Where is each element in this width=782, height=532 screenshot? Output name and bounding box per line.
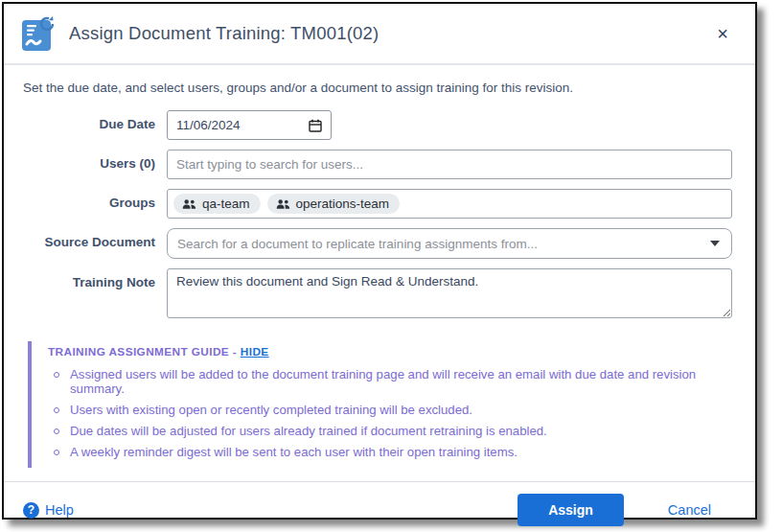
training-note-row: Training Note Review this document and S…	[23, 268, 732, 322]
dialog-header: Assign Document Training: TM001(02) ×	[4, 4, 755, 65]
source-document-placeholder: Search for a document to replicate train…	[177, 237, 538, 251]
help-link[interactable]: ? Help	[23, 502, 74, 519]
guide-hide-link[interactable]: HIDE	[241, 345, 269, 359]
group-chip-label: operations-team	[296, 197, 390, 211]
due-date-row: Due Date 11/06/2024	[23, 110, 732, 140]
dialog-title: Assign Document Training: TM001(02)	[69, 23, 709, 44]
dialog-footer: ? Help Assign Cancel	[4, 481, 755, 532]
users-search-input[interactable]	[167, 150, 732, 179]
assign-training-dialog: Assign Document Training: TM001(02) × Se…	[2, 2, 757, 520]
guide-item: A weekly reminder digest will be sent to…	[48, 445, 728, 459]
group-chip[interactable]: operations-team	[267, 194, 401, 214]
group-people-icon	[182, 198, 196, 210]
group-chip-label: qa-team	[202, 197, 250, 211]
assign-button[interactable]: Assign	[518, 494, 624, 526]
bullet-icon	[54, 428, 59, 434]
assign-training-document-icon	[21, 15, 56, 52]
calendar-icon[interactable]	[309, 119, 322, 132]
training-note-input[interactable]: Review this document and Sign Read & Und…	[167, 268, 732, 318]
source-document-row: Source Document Search for a document to…	[23, 228, 732, 259]
groups-label: Groups	[23, 189, 155, 210]
source-document-label: Source Document	[23, 228, 155, 249]
intro-text: Set the due date, and select users, grou…	[23, 81, 732, 95]
bullet-icon	[54, 450, 59, 455]
bullet-icon	[54, 372, 59, 378]
guide-item-text: Due dates will be adjusted for users alr…	[70, 424, 547, 438]
help-label: Help	[45, 502, 74, 518]
groups-row: Groups qa-team	[23, 189, 732, 219]
group-chip[interactable]: qa-team	[173, 194, 261, 214]
groups-input[interactable]: qa-team operations-team	[167, 189, 732, 219]
close-icon[interactable]: ×	[709, 20, 736, 47]
guide-title: TRAINING ASSIGNMENT GUIDE - HIDE	[48, 345, 728, 359]
guide-item-text: Users with existing open or recently com…	[70, 403, 472, 417]
guide-item-text: A weekly reminder digest will be sent to…	[70, 445, 518, 459]
training-assignment-guide: TRAINING ASSIGNMENT GUIDE - HIDE Assigne…	[28, 341, 728, 468]
users-row: Users (0)	[23, 150, 732, 179]
bullet-icon	[54, 407, 59, 413]
question-mark-icon: ?	[23, 502, 39, 519]
guide-item-text: Assigned users will be added to the docu…	[70, 367, 728, 396]
guide-item: Due dates will be adjusted for users alr…	[48, 424, 728, 438]
guide-item: Assigned users will be added to the docu…	[48, 367, 728, 396]
guide-title-text: TRAINING ASSIGNMENT GUIDE -	[48, 345, 241, 359]
users-label: Users (0)	[23, 150, 155, 171]
training-note-label: Training Note	[23, 268, 155, 289]
guide-item: Users with existing open or recently com…	[48, 403, 728, 417]
chevron-down-icon[interactable]	[710, 241, 720, 246]
cancel-button[interactable]: Cancel	[668, 502, 711, 518]
group-people-icon	[276, 198, 290, 210]
dialog-body: Set the due date, and select users, grou…	[4, 65, 755, 468]
due-date-label: Due Date	[23, 110, 155, 131]
source-document-select[interactable]: Search for a document to replicate train…	[167, 228, 732, 259]
guide-list: Assigned users will be added to the docu…	[48, 367, 728, 459]
due-date-input[interactable]: 11/06/2024	[167, 110, 332, 140]
due-date-value: 11/06/2024	[176, 118, 241, 132]
